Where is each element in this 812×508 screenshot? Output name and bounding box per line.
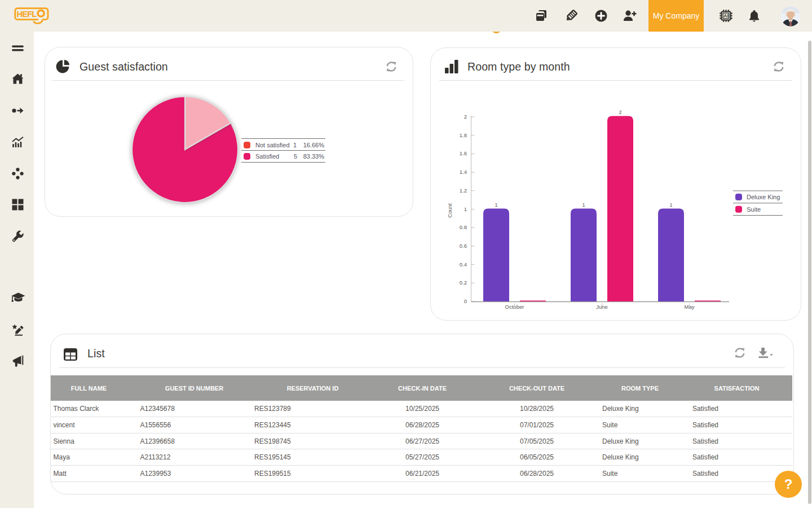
svg-text:AI: AI bbox=[723, 13, 729, 19]
svg-text:1.6: 1.6 bbox=[460, 150, 467, 156]
svg-text:Suite: Suite bbox=[747, 206, 761, 213]
svg-text:0: 0 bbox=[464, 298, 467, 304]
svg-text:2: 2 bbox=[464, 113, 467, 120]
svg-text:1: 1 bbox=[669, 202, 672, 208]
svg-text:2: 2 bbox=[619, 110, 621, 115]
svg-text:HEFL: HEFL bbox=[17, 10, 37, 19]
svg-text:Count: Count bbox=[447, 203, 453, 218]
svg-text:0.4: 0.4 bbox=[460, 261, 467, 268]
svg-text:0.8: 0.8 bbox=[460, 224, 467, 230]
svg-text:1: 1 bbox=[495, 202, 497, 208]
svg-text:1.4: 1.4 bbox=[460, 169, 467, 175]
svg-text:Deluxe King: Deluxe King bbox=[747, 194, 780, 200]
svg-text:0.6: 0.6 bbox=[460, 243, 467, 249]
svg-text:1.2: 1.2 bbox=[460, 187, 467, 194]
svg-text:1: 1 bbox=[464, 206, 467, 212]
svg-text:1.8: 1.8 bbox=[460, 132, 467, 138]
svg-text:1: 1 bbox=[582, 202, 585, 208]
svg-text:0.2: 0.2 bbox=[460, 279, 467, 286]
